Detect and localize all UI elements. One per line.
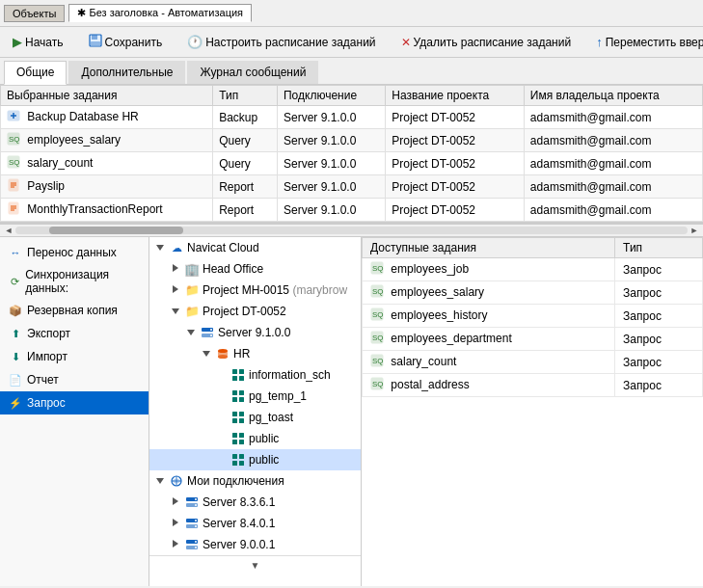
tree-node-project-dt[interactable]: 📁 Project DT-0052: [149, 301, 361, 322]
left-item-sync[interactable]: ⟳ Синхронизация данных:: [0, 264, 149, 299]
available-job-icon: SQL: [370, 287, 384, 301]
tab-log[interactable]: Журнал сообщений: [187, 61, 318, 84]
expand-head-office-icon: [169, 264, 184, 274]
list-item[interactable]: SQL employees_salary Запрос: [363, 281, 703, 305]
tree-node-navicat-cloud[interactable]: ☁ Navicat Cloud: [149, 237, 361, 258]
svg-point-56: [195, 547, 197, 548]
scroll-left-arrow[interactable]: ◄: [2, 224, 15, 237]
tree-node-pg-toast[interactable]: ▶ public: [149, 428, 361, 449]
backup-icon: 📦: [8, 303, 23, 318]
job-name: Backup Database HR: [27, 110, 138, 123]
job-project-cell: Project DT-0052: [386, 106, 525, 129]
svg-rect-35: [239, 433, 244, 438]
svg-rect-39: [239, 454, 244, 459]
horizontal-scrollbar[interactable]: ◄ ►: [0, 224, 703, 237]
col-header-project: Название проекта: [386, 86, 525, 106]
tree-node-public[interactable]: ▶ public: [149, 449, 361, 470]
table-row[interactable]: Payslip Report Server 9.1.0.0 Project DT…: [1, 175, 703, 199]
start-button[interactable]: ▶ Начать: [4, 31, 72, 53]
available-job-name: employees_department: [391, 332, 511, 345]
svg-rect-25: [239, 376, 244, 381]
left-item-backup[interactable]: 📦 Резервная копия: [0, 299, 149, 322]
list-item[interactable]: SQL salary_count Запрос: [363, 351, 703, 374]
list-item[interactable]: SQL employees_history Запрос: [363, 305, 703, 328]
svg-text:SQL: SQL: [9, 158, 20, 167]
tab-additional[interactable]: Дополнительные: [68, 61, 185, 84]
tab-automation-label: ✱ Без заголовка - Автоматизация: [77, 7, 243, 18]
tab-general[interactable]: Общие: [4, 61, 67, 85]
svg-text:SQL: SQL: [372, 310, 384, 319]
job-project-cell: Project DT-0052: [386, 199, 525, 222]
job-name-cell: SQL employees_salary: [1, 129, 213, 152]
left-item-transfer[interactable]: ↔ Перенос данных: [0, 241, 149, 264]
project-dt-label: Project DT-0052: [203, 305, 286, 318]
table-row[interactable]: MonthlyTransactionReport Report Server 9…: [1, 199, 703, 222]
job-name: employees_salary: [27, 133, 121, 147]
available-job-icon: SQL: [370, 380, 384, 393]
left-item-query[interactable]: ⚡ Запрос: [0, 391, 149, 414]
table-row[interactable]: SQL salary_count Query Server 9.1.0.0 Pr…: [1, 152, 703, 175]
tree-scroll-down-button[interactable]: ▼: [251, 560, 260, 571]
server840-label: Server 8.4.0.1: [203, 517, 275, 530]
job-icon: SQL: [7, 135, 20, 148]
table-row[interactable]: Backup Database HR Backup Server 9.1.0.0…: [1, 106, 703, 129]
svg-rect-36: [232, 440, 237, 444]
move-up-icon: ↑: [596, 35, 603, 49]
tab-automation[interactable]: ✱ Без заголовка - Автоматизация: [68, 4, 252, 22]
table-row[interactable]: SQL employees_salary Query Server 9.1.0.…: [1, 129, 703, 152]
info-schema-label: information_schema: [249, 368, 331, 382]
server910-icon: [200, 325, 215, 340]
tree-node-server910[interactable]: Server 9.1.0.0: [149, 322, 361, 343]
delete-schedule-button[interactable]: ✕ Удалить расписание заданий: [392, 32, 581, 53]
tree-node-hr[interactable]: HR: [149, 343, 361, 364]
sync-icon: ⟳: [8, 274, 21, 289]
available-job-name: employees_salary: [391, 285, 484, 299]
hr-db-icon: [215, 346, 230, 361]
move-up-button[interactable]: ↑ Переместить вверх: [587, 31, 703, 53]
svg-rect-22: [232, 369, 237, 374]
tab-objects[interactable]: Объекты: [4, 5, 65, 22]
expand-project-dt-icon: [169, 307, 184, 316]
job-type-cell: Report: [213, 199, 278, 222]
left-item-import[interactable]: ⬇ Импорт: [0, 345, 149, 368]
tree-node-my-connections[interactable]: Мои подключения: [149, 470, 361, 492]
list-item[interactable]: SQL employees_department Запрос: [363, 328, 703, 351]
left-item-backup-label: Резервная копия: [27, 304, 118, 317]
schedule-icon: 🕐: [187, 35, 203, 49]
list-item[interactable]: SQL postal_address Запрос: [363, 374, 703, 397]
tree-node-head-office[interactable]: 🏢 Head Office: [149, 258, 361, 280]
tab-log-label: Журнал сообщений: [200, 66, 306, 79]
available-job-name: employees_job: [391, 262, 469, 276]
job-connection-cell: Server 9.1.0.0: [277, 175, 385, 199]
svg-text:SQL: SQL: [372, 334, 384, 342]
col-available-name: Доступные задания: [363, 238, 615, 258]
tree-node-pg-catalog[interactable]: ▶ pg_temp_1: [149, 386, 361, 407]
scroll-thumb[interactable]: [49, 227, 183, 234]
available-job-name-cell: SQL employees_department: [363, 328, 615, 351]
tree-node-server836[interactable]: Server 8.3.6.1: [149, 492, 361, 513]
tree-node-info-schema[interactable]: ▶ information_schema: [149, 364, 361, 386]
tab-general-label: Общие: [16, 66, 54, 79]
available-job-icon: SQL: [370, 264, 384, 278]
expand-server836-icon: [169, 497, 184, 507]
tree-node-server900[interactable]: Server 9.0.0.1: [149, 534, 361, 555]
schedule-button[interactable]: 🕐 Настроить расписание заданий: [178, 31, 384, 53]
job-name-cell: MonthlyTransactionReport: [1, 199, 213, 222]
save-button[interactable]: Сохранить: [80, 30, 172, 54]
my-connections-label: Мои подключения: [187, 474, 284, 488]
left-item-report[interactable]: 📄 Отчет: [0, 368, 149, 391]
project-dt-icon: 📁: [184, 304, 200, 319]
scroll-right-arrow[interactable]: ►: [688, 224, 701, 237]
left-item-export[interactable]: ⬆ Экспорт: [0, 322, 149, 345]
jobs-table: Выбранные задания Тип Подключение Назван…: [0, 85, 703, 222]
start-icon: ▶: [13, 35, 22, 49]
my-connections-icon: [169, 473, 184, 489]
available-jobs-table: Доступные задания Тип SQL employees_job …: [362, 237, 703, 397]
tree-node-project-mh[interactable]: 📁 Project MH-0015 (marybrow: [149, 280, 361, 301]
scroll-track[interactable]: [15, 227, 688, 234]
pg-temp-icon: [230, 410, 246, 425]
tree-node-pg-temp[interactable]: ▶ pg_toast: [149, 407, 361, 428]
left-item-query-label: Запрос: [27, 396, 66, 410]
list-item[interactable]: SQL employees_job Запрос: [363, 258, 703, 281]
tree-node-server840[interactable]: Server 8.4.0.1: [149, 513, 361, 534]
